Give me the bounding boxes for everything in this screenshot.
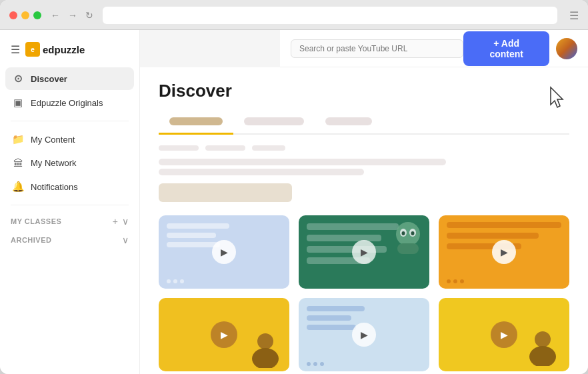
my-classes-section: MY CLASSES + ∨	[0, 212, 139, 231]
archived-section: ARCHIVED ∨	[0, 231, 139, 249]
sidebar-item-label: Notifications	[31, 182, 78, 192]
forward-button[interactable]: →	[65, 9, 80, 22]
filter-pill-2	[205, 145, 245, 151]
maximize-button[interactable]	[33, 11, 41, 19]
sidebar-item-label: My Network	[31, 158, 77, 168]
network-icon: 🏛	[12, 157, 24, 169]
sidebar-nav-2: 📁 My Content 🏛 My Network 🔔 Notification…	[0, 128, 139, 198]
sidebar-hamburger-icon[interactable]: ☰	[11, 43, 20, 56]
filter-row	[159, 145, 569, 151]
discover-tabs	[159, 112, 569, 135]
section-filter	[159, 183, 569, 205]
filter-pill-1	[159, 145, 199, 151]
svg-point-7	[252, 348, 279, 368]
play-button-1[interactable]: ▶	[212, 240, 236, 264]
originals-icon: ▣	[12, 97, 24, 109]
card-6[interactable]: ▶	[439, 298, 569, 371]
card-5[interactable]: ▶	[299, 298, 429, 371]
svg-point-0	[396, 222, 420, 246]
svg-point-8	[535, 331, 551, 347]
tab-3[interactable]	[315, 112, 383, 135]
sidebar-item-label: Discover	[31, 74, 67, 84]
svg-point-9	[529, 346, 556, 366]
play-button-6[interactable]: ▶	[491, 321, 517, 348]
card-4[interactable]: ▶	[159, 298, 289, 371]
archived-actions: ∨	[122, 235, 129, 245]
card-3[interactable]: ▶	[439, 215, 569, 289]
minimize-button[interactable]	[21, 11, 29, 19]
svg-rect-5	[397, 243, 419, 254]
sidebar-nav: ⊙ Discover ▣ Edpuzzle Originals	[0, 67, 139, 114]
archived-label: ARCHIVED	[11, 236, 51, 244]
skeleton-content	[159, 159, 569, 175]
mascot-icon	[392, 221, 424, 257]
app-body: ☰ e edpuzzle ⊙ Discover ▣ Edpuzzle Origi…	[0, 30, 588, 374]
search-input[interactable]	[291, 39, 463, 58]
play-button-4[interactable]: ▶	[211, 321, 237, 348]
card-1[interactable]: ▶	[159, 215, 289, 289]
svg-point-3	[402, 231, 405, 235]
sidebar-logo: ☰ e edpuzzle	[0, 37, 139, 67]
play-button-3[interactable]: ▶	[492, 240, 516, 264]
sidebar-item-label: My Content	[31, 135, 75, 145]
sidebar: ☰ e edpuzzle ⊙ Discover ▣ Edpuzzle Origi…	[0, 30, 140, 374]
traffic-lights	[9, 11, 41, 19]
tab-2[interactable]	[233, 112, 315, 135]
bell-icon: 🔔	[12, 181, 24, 193]
top-bar: + Add content	[280, 30, 588, 67]
person-icon-2	[525, 331, 560, 366]
logo: e edpuzzle	[25, 42, 85, 57]
card-2[interactable]: ▶	[299, 215, 429, 289]
svg-point-4	[411, 231, 415, 235]
logo-puzzle-icon: e	[25, 42, 40, 57]
avatar-button[interactable]	[556, 38, 577, 59]
sidebar-item-my-network[interactable]: 🏛 My Network	[5, 152, 134, 174]
cards-grid: ▶	[159, 215, 569, 371]
close-button[interactable]	[9, 11, 17, 19]
play-button-2[interactable]: ▶	[352, 240, 376, 264]
browser-chrome: ← → ↻ ☰	[0, 0, 588, 30]
main-content: Discover	[140, 67, 588, 374]
sidebar-divider-2	[11, 205, 129, 205]
add-content-button[interactable]: + Add content	[463, 31, 549, 66]
play-button-5[interactable]: ▶	[352, 323, 376, 347]
expand-archived-button[interactable]: ∨	[122, 235, 129, 245]
person-icon-1	[248, 333, 283, 368]
sidebar-item-notifications[interactable]: 🔔 Notifications	[5, 175, 134, 198]
logo-text: edpuzzle	[43, 44, 85, 55]
sidebar-item-label: Edpuzzle Originals	[31, 98, 103, 108]
browser-window: ← → ↻ ☰ ☰ e edpuzzle ⊙ Discover	[0, 0, 588, 374]
sidebar-item-edpuzzle-originals[interactable]: ▣ Edpuzzle Originals	[5, 91, 134, 114]
filter-pill-3	[252, 145, 285, 151]
expand-classes-button[interactable]: ∨	[122, 216, 129, 227]
discover-icon: ⊙	[12, 73, 24, 85]
my-classes-label: MY CLASSES	[11, 217, 61, 225]
main-header: Discover	[159, 81, 569, 101]
tab-1[interactable]	[159, 112, 233, 135]
browser-menu-icon[interactable]: ☰	[569, 9, 579, 22]
nav-buttons: ← → ↻	[48, 9, 96, 22]
refresh-button[interactable]: ↻	[83, 9, 96, 22]
page-title: Discover	[159, 81, 232, 101]
address-bar[interactable]	[103, 7, 557, 24]
sidebar-item-my-content[interactable]: 📁 My Content	[5, 128, 134, 151]
sidebar-item-discover[interactable]: ⊙ Discover	[5, 67, 134, 90]
add-class-button[interactable]: +	[113, 216, 118, 227]
classes-actions: + ∨	[113, 216, 129, 227]
sidebar-divider-1	[11, 121, 129, 121]
back-button[interactable]: ←	[48, 9, 63, 22]
svg-point-6	[257, 333, 273, 349]
folder-icon: 📁	[12, 133, 24, 145]
